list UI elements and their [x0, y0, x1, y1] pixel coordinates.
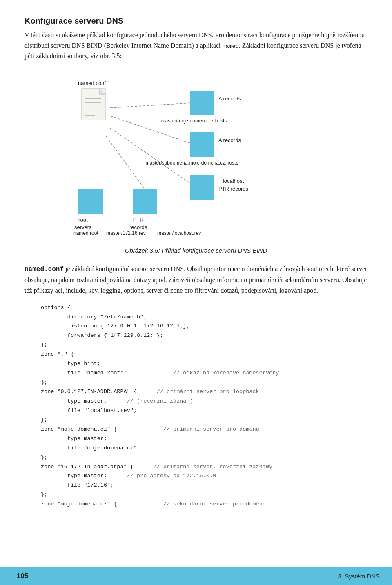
- code-line4: forwarders { 147.229.8.12; };: [41, 332, 163, 338]
- code-comment-1: // odkaz na kořenové nameservery: [147, 370, 279, 376]
- code-comment-3: // (reverzní záznam): [114, 398, 193, 404]
- code-comment-7: // sekundární server pro doménu: [137, 501, 266, 507]
- code-line20: file "172.16";: [41, 482, 114, 488]
- code-comment-6: // pro adresy od 172.16.0.0: [114, 473, 216, 479]
- code-line2: directory "/etc/namedb";: [41, 314, 147, 320]
- code-line12: file "localhost.rev";: [41, 407, 137, 414]
- code-line3: listen-on { 127.0.0.1; 172.16.12.1;};: [41, 323, 190, 329]
- named-conf-bold: named.conf: [24, 266, 64, 273]
- page-content: Konfigurace serveru DNS V této části si …: [0, 0, 392, 549]
- named-inline: named: [222, 43, 239, 49]
- chapter-label: 3. Systém DNS: [45, 567, 392, 585]
- code-block: options { directory "/etc/namedb"; liste…: [41, 303, 368, 509]
- intro-paragraph: V této části si ukážeme příklad konfigur…: [24, 30, 368, 61]
- ptr-records-label: PTRrecords: [129, 216, 147, 231]
- blue-box-arecords-1: [190, 91, 214, 115]
- paragraph2-rest: je základní konfigurační soubor serveru …: [24, 265, 367, 294]
- code-line17: };: [41, 454, 47, 460]
- code-line18: zone "16.172.in-addr.arpa" {: [41, 464, 134, 470]
- diagram-inner: named.conf A records master/moje-domena.…: [69, 71, 323, 242]
- code-line5: };: [41, 342, 47, 348]
- localhost-label: localhostPTR records: [218, 177, 248, 193]
- code-line22: zone "moje-domena.cz" {: [41, 501, 117, 507]
- code-comment-2: // primární server pro loopback: [143, 389, 259, 395]
- code-line7: type hint;: [41, 360, 100, 367]
- code-line16: file "moje-domena.cz";: [41, 445, 140, 451]
- svg-line-2: [110, 128, 192, 185]
- svg-line-4: [106, 136, 145, 189]
- blue-box-root-servers: [78, 189, 103, 214]
- code-line21: };: [41, 492, 47, 498]
- section-title: Konfigurace serveru DNS: [24, 16, 368, 26]
- blue-box-arecords-2: [190, 132, 214, 157]
- blue-box-localhost: [190, 175, 214, 200]
- master172-label: master/172.16.rev: [106, 230, 146, 236]
- root-servers-label: rootservers: [74, 216, 92, 231]
- code-line9: };: [41, 379, 47, 385]
- master-moje-label: master/moje-domena.cz.hosts: [153, 118, 235, 124]
- master-localhost-label: master/localhost.rev: [157, 230, 201, 236]
- code-line14: zone "moje-domena.cz" {: [41, 426, 117, 432]
- code-line15: type master;: [41, 436, 107, 442]
- arecords-label-1: A records: [218, 96, 241, 102]
- code-comment-4: // primární server pro doménu: [137, 426, 259, 432]
- code-line8a: file "named.root";: [41, 370, 127, 376]
- code-line13: };: [41, 417, 47, 423]
- code-line11a: type master;: [41, 398, 107, 404]
- master-sub-label: master/subdomena.moje-domena.cz.hosts: [145, 160, 239, 166]
- named-root-label: named.root: [74, 230, 98, 236]
- svg-line-0: [110, 103, 192, 108]
- named-conf-paragraph: named.conf je základní konfigurační soub…: [24, 264, 368, 296]
- code-line10: zone "0.0.127.IN-ADDR.ARPA" {: [41, 389, 137, 395]
- named-conf-icon: [81, 87, 110, 123]
- arecords-label-2: A records: [218, 137, 241, 143]
- code-line6: zone "." {: [41, 351, 74, 357]
- page-number: 105: [0, 567, 45, 585]
- diagram-caption: Obrázek 3.5: Příklad konfigurace serveru…: [24, 246, 368, 256]
- diagram-container: named.conf A records master/moje-domena.…: [24, 71, 368, 242]
- code-line1: options {: [41, 305, 71, 311]
- bottom-bar: 105 3. Systém DNS: [0, 567, 392, 585]
- code-line19a: type master;: [41, 473, 107, 479]
- named-conf-label: named.conf: [69, 80, 114, 86]
- blue-box-ptr-records: [133, 189, 157, 214]
- code-comment-5: // primární server, reverzní záznamy: [140, 464, 272, 470]
